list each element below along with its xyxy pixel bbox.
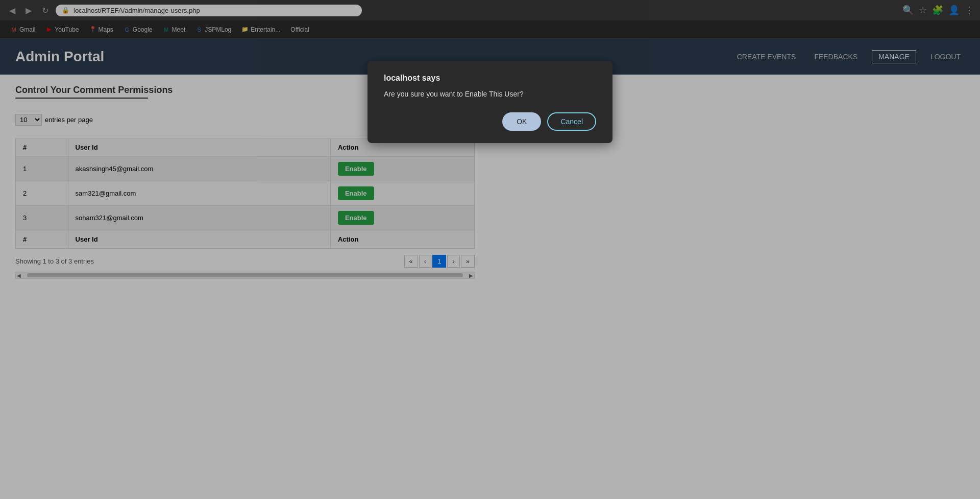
dialog-buttons: OK Cancel — [384, 112, 596, 131]
confirm-dialog: localhost says Are you sure you want to … — [368, 61, 612, 143]
dialog-title: localhost says — [384, 74, 596, 83]
dialog-overlay: localhost says Are you sure you want to … — [0, 0, 980, 499]
dialog-message: Are you sure you want to Enable This Use… — [384, 90, 596, 98]
dialog-ok-button[interactable]: OK — [502, 112, 541, 131]
dialog-cancel-button[interactable]: Cancel — [547, 112, 596, 131]
